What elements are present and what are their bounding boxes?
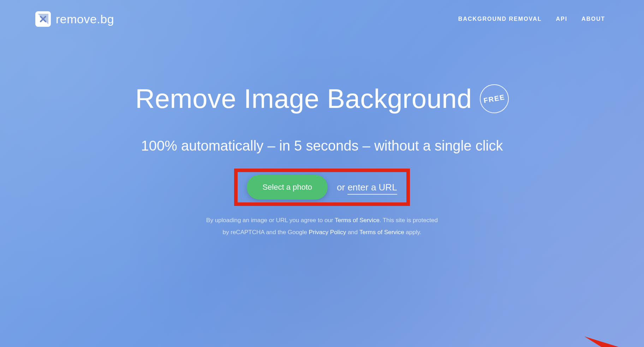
brand-name: remove.bg: [56, 12, 114, 26]
disclaimer-apply: apply.: [404, 229, 422, 236]
page-subheadline: 100% automatically – in 5 seconds – with…: [0, 138, 644, 154]
page-headline: Remove Image Background: [135, 83, 472, 114]
disclaimer-line2-pre: by reCAPTCHA and the Google: [223, 229, 309, 236]
privacy-policy-link[interactable]: Privacy Policy: [309, 229, 346, 236]
nav-link-about[interactable]: ABOUT: [582, 16, 605, 22]
annotation-arrow: [584, 315, 644, 347]
nav-link-api[interactable]: API: [556, 16, 567, 22]
arrow-icon: [584, 336, 636, 347]
headline-row: Remove Image Background FREE: [135, 83, 509, 114]
nav-link-background-removal[interactable]: BACKGROUND REMOVAL: [458, 16, 542, 22]
or-enter-url: or enter a URL: [337, 182, 397, 193]
enter-url-link[interactable]: enter a URL: [347, 182, 397, 195]
select-photo-button[interactable]: Select a photo: [247, 175, 328, 200]
disclaimer-line1-pre: By uploading an image or URL you agree t…: [206, 217, 335, 224]
or-prefix-text: or: [337, 182, 347, 193]
disclaimer-and: and: [346, 229, 359, 236]
upload-area: Select a photo or enter a URL: [234, 169, 410, 206]
brand-logo[interactable]: remove.bg: [35, 11, 114, 27]
site-header: remove.bg BACKGROUND REMOVAL API ABOUT: [0, 0, 644, 27]
main-nav: BACKGROUND REMOVAL API ABOUT: [458, 16, 605, 22]
disclaimer-text: By uploading an image or URL you agree t…: [0, 214, 644, 238]
x-clip-icon: [35, 11, 51, 27]
disclaimer-line1-post: . This site is protected: [380, 217, 438, 224]
hero-section: Remove Image Background FREE 100% automa…: [0, 83, 644, 238]
free-badge: FREE: [477, 82, 511, 115]
google-terms-of-service-link[interactable]: Terms of Service: [359, 229, 404, 236]
terms-of-service-link[interactable]: Terms of Service: [335, 217, 380, 224]
